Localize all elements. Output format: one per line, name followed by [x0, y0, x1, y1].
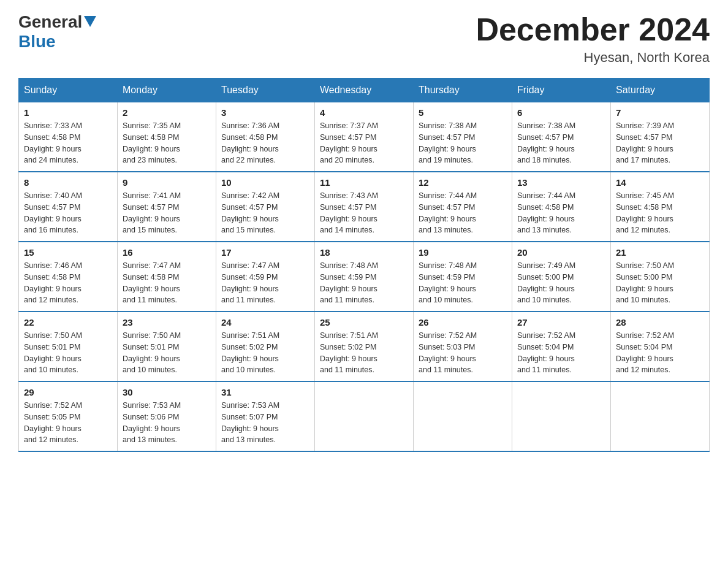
calendar-cell: 27 Sunrise: 7:52 AM Sunset: 5:04 PM Dayl…	[512, 312, 611, 381]
header-tuesday: Tuesday	[216, 79, 315, 102]
calendar-cell	[414, 381, 512, 451]
calendar-week-5: 29 Sunrise: 7:52 AM Sunset: 5:05 PM Dayl…	[19, 381, 710, 451]
day-info: Sunrise: 7:41 AM Sunset: 4:57 PM Dayligh…	[123, 190, 211, 236]
calendar-cell: 8 Sunrise: 7:40 AM Sunset: 4:57 PM Dayli…	[19, 172, 118, 242]
day-number: 7	[616, 107, 704, 118]
day-number: 6	[517, 107, 605, 118]
day-number: 11	[320, 177, 408, 188]
calendar-cell: 26 Sunrise: 7:52 AM Sunset: 5:03 PM Dayl…	[414, 312, 512, 381]
day-number: 26	[419, 317, 507, 327]
calendar-cell: 25 Sunrise: 7:51 AM Sunset: 5:02 PM Dayl…	[315, 312, 414, 381]
calendar-cell: 10 Sunrise: 7:42 AM Sunset: 4:57 PM Dayl…	[216, 172, 315, 242]
day-number: 20	[517, 247, 605, 258]
logo-general-text: General	[18, 12, 82, 32]
calendar-cell: 31 Sunrise: 7:53 AM Sunset: 5:07 PM Dayl…	[216, 381, 315, 451]
calendar-cell: 24 Sunrise: 7:51 AM Sunset: 5:02 PM Dayl…	[216, 312, 315, 381]
page-header: General Blue December 2024 Hyesan, North…	[18, 12, 710, 66]
calendar-cell: 2 Sunrise: 7:35 AM Sunset: 4:58 PM Dayli…	[118, 102, 216, 172]
calendar-cell: 16 Sunrise: 7:47 AM Sunset: 4:58 PM Dayl…	[118, 242, 216, 312]
calendar-cell	[315, 381, 414, 451]
calendar-title: December 2024	[476, 12, 710, 47]
calendar-week-2: 8 Sunrise: 7:40 AM Sunset: 4:57 PM Dayli…	[19, 172, 710, 242]
day-number: 21	[616, 247, 704, 258]
day-number: 8	[24, 177, 112, 188]
day-number: 10	[221, 177, 309, 188]
day-info: Sunrise: 7:50 AM Sunset: 5:01 PM Dayligh…	[123, 330, 211, 376]
calendar-cell: 3 Sunrise: 7:36 AM Sunset: 4:58 PM Dayli…	[216, 102, 315, 172]
day-info: Sunrise: 7:35 AM Sunset: 4:58 PM Dayligh…	[123, 120, 211, 166]
calendar-cell: 23 Sunrise: 7:50 AM Sunset: 5:01 PM Dayl…	[118, 312, 216, 381]
calendar-cell: 14 Sunrise: 7:45 AM Sunset: 4:58 PM Dayl…	[611, 172, 710, 242]
calendar-cell: 12 Sunrise: 7:44 AM Sunset: 4:57 PM Dayl…	[414, 172, 512, 242]
header-saturday: Saturday	[611, 79, 710, 102]
calendar-cell: 22 Sunrise: 7:50 AM Sunset: 5:01 PM Dayl…	[19, 312, 118, 381]
day-info: Sunrise: 7:38 AM Sunset: 4:57 PM Dayligh…	[419, 120, 507, 166]
day-info: Sunrise: 7:52 AM Sunset: 5:04 PM Dayligh…	[517, 330, 605, 376]
calendar-cell: 18 Sunrise: 7:48 AM Sunset: 4:59 PM Dayl…	[315, 242, 414, 312]
day-number: 22	[24, 317, 112, 327]
day-info: Sunrise: 7:43 AM Sunset: 4:57 PM Dayligh…	[320, 190, 408, 236]
day-number: 31	[221, 387, 309, 397]
day-info: Sunrise: 7:33 AM Sunset: 4:58 PM Dayligh…	[24, 120, 112, 166]
calendar-week-1: 1 Sunrise: 7:33 AM Sunset: 4:58 PM Dayli…	[19, 102, 710, 172]
day-number: 16	[123, 247, 211, 258]
calendar-cell: 21 Sunrise: 7:50 AM Sunset: 5:00 PM Dayl…	[611, 242, 710, 312]
day-info: Sunrise: 7:53 AM Sunset: 5:07 PM Dayligh…	[221, 400, 309, 446]
calendar-cell: 11 Sunrise: 7:43 AM Sunset: 4:57 PM Dayl…	[315, 172, 414, 242]
calendar-cell: 19 Sunrise: 7:48 AM Sunset: 4:59 PM Dayl…	[414, 242, 512, 312]
calendar-cell: 5 Sunrise: 7:38 AM Sunset: 4:57 PM Dayli…	[414, 102, 512, 172]
calendar-cell: 15 Sunrise: 7:46 AM Sunset: 4:58 PM Dayl…	[19, 242, 118, 312]
day-number: 1	[24, 107, 112, 118]
day-info: Sunrise: 7:47 AM Sunset: 4:58 PM Dayligh…	[123, 260, 211, 306]
calendar-cell	[512, 381, 611, 451]
day-info: Sunrise: 7:38 AM Sunset: 4:57 PM Dayligh…	[517, 120, 605, 166]
calendar-cell: 6 Sunrise: 7:38 AM Sunset: 4:57 PM Dayli…	[512, 102, 611, 172]
day-info: Sunrise: 7:37 AM Sunset: 4:57 PM Dayligh…	[320, 120, 408, 166]
calendar-cell: 17 Sunrise: 7:47 AM Sunset: 4:59 PM Dayl…	[216, 242, 315, 312]
day-info: Sunrise: 7:40 AM Sunset: 4:57 PM Dayligh…	[24, 190, 112, 236]
day-number: 14	[616, 177, 704, 188]
day-info: Sunrise: 7:51 AM Sunset: 5:02 PM Dayligh…	[320, 330, 408, 376]
day-number: 30	[123, 387, 211, 397]
calendar-cell: 1 Sunrise: 7:33 AM Sunset: 4:58 PM Dayli…	[19, 102, 118, 172]
day-number: 29	[24, 387, 112, 397]
calendar-cell: 30 Sunrise: 7:53 AM Sunset: 5:06 PM Dayl…	[118, 381, 216, 451]
header-friday: Friday	[512, 79, 611, 102]
logo-arrow-icon	[84, 16, 96, 31]
calendar-cell: 20 Sunrise: 7:49 AM Sunset: 5:00 PM Dayl…	[512, 242, 611, 312]
calendar-table: Sunday Monday Tuesday Wednesday Thursday…	[18, 78, 710, 452]
day-number: 2	[123, 107, 211, 118]
header-wednesday: Wednesday	[315, 79, 414, 102]
day-info: Sunrise: 7:49 AM Sunset: 5:00 PM Dayligh…	[517, 260, 605, 306]
day-number: 9	[123, 177, 211, 188]
calendar-cell: 4 Sunrise: 7:37 AM Sunset: 4:57 PM Dayli…	[315, 102, 414, 172]
day-info: Sunrise: 7:44 AM Sunset: 4:58 PM Dayligh…	[517, 190, 605, 236]
header-monday: Monday	[118, 79, 216, 102]
day-info: Sunrise: 7:50 AM Sunset: 5:01 PM Dayligh…	[24, 330, 112, 376]
day-info: Sunrise: 7:47 AM Sunset: 4:59 PM Dayligh…	[221, 260, 309, 306]
calendar-cell: 9 Sunrise: 7:41 AM Sunset: 4:57 PM Dayli…	[118, 172, 216, 242]
day-number: 17	[221, 247, 309, 258]
calendar-week-3: 15 Sunrise: 7:46 AM Sunset: 4:58 PM Dayl…	[19, 242, 710, 312]
day-info: Sunrise: 7:53 AM Sunset: 5:06 PM Dayligh…	[123, 400, 211, 446]
calendar-title-section: December 2024 Hyesan, North Korea	[476, 12, 710, 66]
calendar-subtitle: Hyesan, North Korea	[476, 50, 710, 66]
day-number: 15	[24, 247, 112, 258]
calendar-cell: 13 Sunrise: 7:44 AM Sunset: 4:58 PM Dayl…	[512, 172, 611, 242]
calendar-header-row: Sunday Monday Tuesday Wednesday Thursday…	[19, 79, 710, 102]
day-number: 18	[320, 247, 408, 258]
day-info: Sunrise: 7:44 AM Sunset: 4:57 PM Dayligh…	[419, 190, 507, 236]
calendar-cell: 28 Sunrise: 7:52 AM Sunset: 5:04 PM Dayl…	[611, 312, 710, 381]
day-number: 19	[419, 247, 507, 258]
day-number: 4	[320, 107, 408, 118]
logo-blue-text: Blue	[18, 32, 56, 51]
day-info: Sunrise: 7:48 AM Sunset: 4:59 PM Dayligh…	[419, 260, 507, 306]
day-number: 27	[517, 317, 605, 327]
header-sunday: Sunday	[19, 79, 118, 102]
day-info: Sunrise: 7:52 AM Sunset: 5:03 PM Dayligh…	[419, 330, 507, 376]
calendar-cell: 29 Sunrise: 7:52 AM Sunset: 5:05 PM Dayl…	[19, 381, 118, 451]
day-info: Sunrise: 7:52 AM Sunset: 5:05 PM Dayligh…	[24, 400, 112, 446]
day-number: 25	[320, 317, 408, 327]
day-info: Sunrise: 7:45 AM Sunset: 4:58 PM Dayligh…	[616, 190, 704, 236]
calendar-week-4: 22 Sunrise: 7:50 AM Sunset: 5:01 PM Dayl…	[19, 312, 710, 381]
